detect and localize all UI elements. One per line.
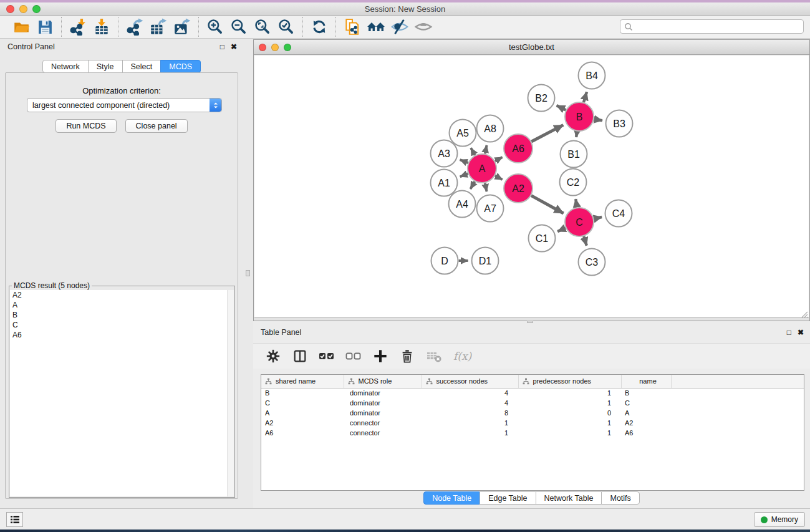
zoom-out-button[interactable]: [229, 17, 249, 37]
open-session-button[interactable]: [11, 17, 31, 37]
tab-motifs[interactable]: Motifs: [601, 491, 639, 505]
graph-edge-B-B2[interactable]: [557, 105, 566, 110]
network-canvas[interactable]: A5A8A3A1A4A7AA6A2BB2B4B3B1C2CC4C1C3DD1: [254, 56, 809, 318]
table-cell[interactable]: 1: [518, 418, 621, 428]
import-network-button[interactable]: [68, 17, 88, 37]
graph-edge-A-A8[interactable]: [485, 145, 487, 154]
graph-edge-A2-C[interactable]: [531, 196, 564, 213]
graph-edge-A-A7[interactable]: [485, 183, 487, 192]
mcds-result-item[interactable]: A: [10, 300, 234, 310]
graph-edge-A-A3[interactable]: [460, 160, 468, 163]
result-list-scrollbar[interactable]: [227, 290, 234, 496]
delete-column-button[interactable]: [398, 347, 416, 365]
col-shared-name[interactable]: shared name: [261, 375, 344, 388]
horizontal-splitter-grip[interactable]: [527, 321, 533, 323]
toggle-columns-button[interactable]: [291, 347, 309, 365]
col-successor-nodes[interactable]: successor nodes: [422, 375, 518, 388]
table-cell[interactable]: dominator: [344, 388, 422, 398]
mcds-result-item[interactable]: B: [10, 310, 234, 320]
table-cell[interactable]: 0: [518, 408, 621, 418]
float-table-panel-icon[interactable]: □: [787, 328, 791, 337]
run-mcds-button[interactable]: Run MCDS: [55, 119, 116, 133]
graph-edge-A-A6[interactable]: [495, 157, 503, 161]
table-cell[interactable]: A: [621, 408, 671, 418]
graph-edge-C-C1[interactable]: [557, 228, 566, 232]
home-layout-button[interactable]: [366, 17, 386, 37]
table-cell[interactable]: C: [621, 398, 671, 408]
table-cell[interactable]: dominator: [344, 398, 422, 408]
window-resize-grip[interactable]: [799, 309, 808, 318]
graph-edge-C-C3[interactable]: [584, 236, 587, 246]
search-input[interactable]: [633, 20, 803, 33]
table-cell[interactable]: A6: [621, 428, 671, 438]
col-name[interactable]: name: [621, 375, 671, 388]
graph-edge-B-B3[interactable]: [594, 119, 602, 120]
mcds-result-item[interactable]: A2: [10, 290, 234, 300]
show-graphics-button[interactable]: [413, 17, 433, 37]
table-cell[interactable]: C: [261, 398, 344, 408]
table-cell[interactable]: B: [621, 388, 671, 398]
table-cell[interactable]: connector: [344, 418, 422, 428]
float-panel-icon[interactable]: □: [220, 42, 224, 51]
refresh-view-button[interactable]: [309, 17, 329, 37]
table-cell[interactable]: B: [261, 388, 344, 398]
close-panel-icon[interactable]: ✖: [231, 42, 237, 51]
graph-edge-A-A2[interactable]: [495, 176, 503, 180]
table-cell[interactable]: [671, 408, 804, 418]
table-cell[interactable]: 4: [422, 388, 518, 398]
col-mcds-role[interactable]: MCDS role: [344, 375, 422, 388]
tab-network-table[interactable]: Network Table: [536, 491, 602, 505]
zoom-in-button[interactable]: [205, 17, 225, 37]
zoom-selected-button[interactable]: [276, 17, 296, 37]
table-cell[interactable]: [671, 418, 804, 428]
table-cell[interactable]: A6: [261, 428, 344, 438]
table-cell[interactable]: [671, 388, 804, 398]
table-row[interactable]: Adominator80A: [261, 408, 804, 418]
table-cell[interactable]: 4: [422, 398, 518, 408]
table-cell[interactable]: connector: [344, 428, 422, 438]
deselect-all-rows-button[interactable]: [345, 347, 362, 365]
col-predecessor-nodes[interactable]: predecessor nodes: [518, 375, 621, 388]
table-row[interactable]: A6connector11A6: [261, 428, 804, 438]
table-row[interactable]: Bdominator41B: [261, 388, 804, 398]
select-all-rows-button[interactable]: [318, 347, 335, 365]
hide-graphics-button[interactable]: [390, 17, 410, 37]
tab-network[interactable]: Network: [42, 60, 89, 73]
search-box[interactable]: [620, 19, 804, 34]
criterion-dropdown[interactable]: largest connected component (directed): [27, 98, 222, 112]
show-log-button[interactable]: [6, 512, 23, 527]
table-cell[interactable]: A: [261, 408, 344, 418]
table-settings-button[interactable]: [264, 347, 282, 365]
export-table-button[interactable]: [148, 17, 168, 37]
close-panel-button[interactable]: Close panel: [125, 119, 188, 133]
tab-node-table[interactable]: Node Table: [423, 491, 480, 505]
import-table-button[interactable]: [92, 17, 112, 37]
close-table-panel-icon[interactable]: ✖: [798, 328, 804, 337]
vertical-splitter[interactable]: [243, 39, 253, 508]
table-cell[interactable]: [671, 398, 804, 408]
graph-edge-A-A4[interactable]: [470, 181, 475, 189]
memory-button[interactable]: Memory: [754, 512, 805, 527]
table-cell[interactable]: A2: [621, 418, 671, 428]
table-cell[interactable]: dominator: [344, 408, 422, 418]
zoom-fit-button[interactable]: [253, 17, 272, 37]
table-cell[interactable]: [671, 428, 804, 438]
graph-edge-A-A1[interactable]: [460, 173, 468, 177]
table-cell[interactable]: 8: [422, 408, 518, 418]
tab-style[interactable]: Style: [88, 60, 123, 73]
tab-select[interactable]: Select: [122, 60, 162, 73]
table-cell[interactable]: 1: [422, 418, 518, 428]
tab-mcds[interactable]: MCDS: [160, 60, 201, 73]
table-cell[interactable]: 1: [518, 428, 621, 438]
table-row[interactable]: A2connector11A2: [261, 418, 804, 428]
tab-edge-table[interactable]: Edge Table: [480, 491, 536, 505]
graph-edge-A-A5[interactable]: [471, 148, 475, 155]
graph-edge-A6-B[interactable]: [531, 125, 563, 142]
table-row[interactable]: Cdominator41C: [261, 398, 804, 408]
save-session-button[interactable]: [35, 17, 55, 37]
splitter-grip[interactable]: [246, 270, 250, 276]
graph-edge-C-C4[interactable]: [594, 217, 602, 219]
mcds-result-item[interactable]: C: [10, 320, 234, 330]
graph-edge-B-B1[interactable]: [576, 132, 577, 137]
table-cell[interactable]: 1: [518, 388, 621, 398]
